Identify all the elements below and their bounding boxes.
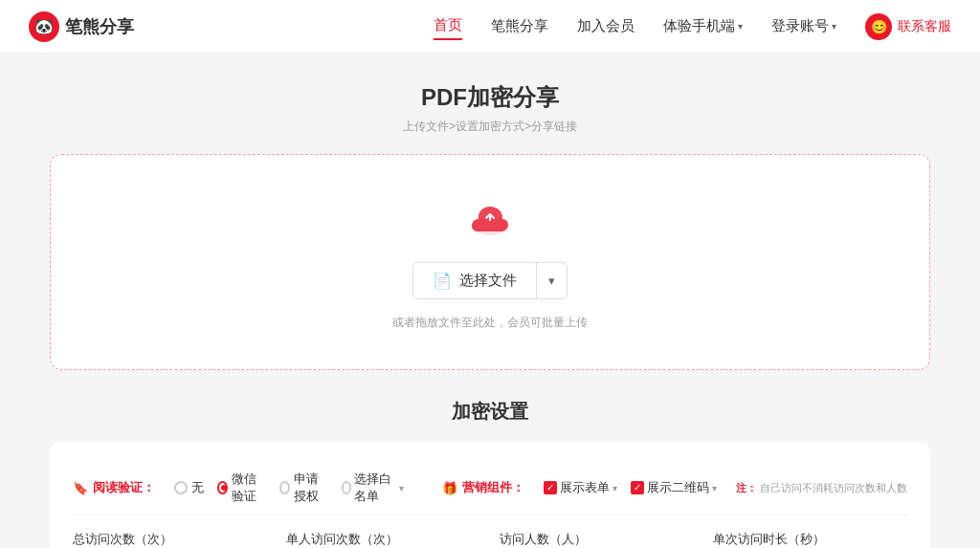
radio-whitelist — [342, 481, 352, 494]
logo: 🐼 笔熊分享 — [29, 11, 134, 42]
nav-home[interactable]: 首页 — [434, 12, 462, 40]
contact-icon: 😊 — [865, 13, 892, 40]
breadcrumb: 上传文件>设置加密方式>分享链接 — [50, 119, 930, 135]
verify-option-whitelist[interactable]: 选择白名单 ▾ — [342, 471, 404, 505]
chevron-down-icon: ▾ — [712, 483, 717, 493]
upload-area: 📄 选择文件 ▾ 或者拖放文件至此处，会员可批量上传 — [50, 154, 930, 370]
upload-file-button[interactable]: 📄 选择文件 — [413, 263, 537, 298]
marketing-option-qrcode[interactable]: 展示二维码 ▾ — [631, 479, 717, 496]
field-label-duration: 单次访问时长（秒） — [713, 531, 907, 548]
field-visitors: 访问人数（人） — [500, 531, 694, 548]
radio-wechat — [217, 481, 228, 494]
nav-login[interactable]: 登录账号 ▾ — [771, 13, 836, 39]
verify-option-none[interactable]: 无 — [174, 479, 204, 496]
marketing-options: 展示表单 ▾ 展示二维码 ▾ — [544, 479, 717, 496]
upload-hint: 或者拖放文件至此处，会员可批量上传 — [392, 315, 588, 331]
logo-text: 笔熊分享 — [65, 15, 134, 38]
settings-panel: 🔖 阅读验证： 无 微信验证 申请授权 选择白名单 — [50, 442, 930, 548]
verify-options: 无 微信验证 申请授权 选择白名单 ▾ — [174, 471, 404, 505]
radio-auth — [279, 481, 290, 494]
field-label-single-visits: 单人访问次数（次） — [286, 531, 480, 548]
field-label-visitors: 访问人数（人） — [500, 531, 694, 548]
checkbox-qrcode — [631, 481, 644, 494]
verify-label: 🔖 阅读验证： — [73, 479, 155, 496]
marketing-option-form[interactable]: 展示表单 ▾ — [544, 479, 617, 496]
nav-mobile[interactable]: 体验手机端 ▾ — [663, 13, 743, 39]
chevron-down-icon: ▾ — [548, 274, 555, 288]
verify-icon: 🔖 — [73, 481, 88, 495]
verify-option-auth[interactable]: 申请授权 — [279, 471, 328, 505]
upload-cloud-icon — [463, 193, 517, 247]
nav-membership[interactable]: 加入会员 — [577, 13, 635, 39]
page-title: PDF加密分享 — [50, 82, 930, 113]
logo-icon: 🐼 — [29, 11, 59, 42]
nav-share[interactable]: 笔熊分享 — [491, 13, 548, 39]
settings-title: 加密设置 — [50, 399, 930, 425]
chevron-down-icon: ▾ — [738, 21, 743, 32]
note-text: 注： 自己访问不消耗访问次数和人数 — [736, 481, 907, 495]
marketing-label: 🎁 营销组件： — [442, 479, 524, 496]
main-content: PDF加密分享 上传文件>设置加密方式>分享链接 📄 选择文件 ▾ 或者拖放文件… — [31, 54, 949, 548]
chevron-down-icon: ▾ — [399, 483, 404, 493]
field-duration: 单次访问时长（秒） — [713, 531, 907, 548]
radio-none — [174, 481, 188, 494]
main-nav: 首页 笔熊分享 加入会员 体验手机端 ▾ 登录账号 ▾ 😊 联系客服 — [434, 12, 951, 40]
form-grid: 总访问次数（次） 单人访问次数（次） 访问人数（人） 单次访问时长（秒） — [73, 515, 907, 548]
chevron-down-icon: ▾ — [832, 21, 836, 32]
checkbox-form — [544, 481, 557, 494]
field-label-total-visits: 总访问次数（次） — [73, 531, 267, 548]
nav-contact[interactable]: 😊 联系客服 — [865, 13, 951, 40]
field-total-visits: 总访问次数（次） — [73, 531, 267, 548]
verify-option-wechat[interactable]: 微信验证 — [217, 471, 266, 505]
verify-row: 🔖 阅读验证： 无 微信验证 申请授权 选择白名单 — [73, 461, 907, 515]
marketing-icon: 🎁 — [442, 481, 457, 495]
file-icon: 📄 — [433, 272, 452, 290]
chevron-down-icon: ▾ — [612, 483, 617, 493]
field-single-visits: 单人访问次数（次） — [286, 531, 480, 548]
upload-dropdown-button[interactable]: ▾ — [537, 265, 567, 296]
header: 🐼 笔熊分享 首页 笔熊分享 加入会员 体验手机端 ▾ 登录账号 ▾ 😊 联系客… — [0, 0, 980, 54]
upload-btn-row: 📄 选择文件 ▾ — [412, 262, 568, 299]
